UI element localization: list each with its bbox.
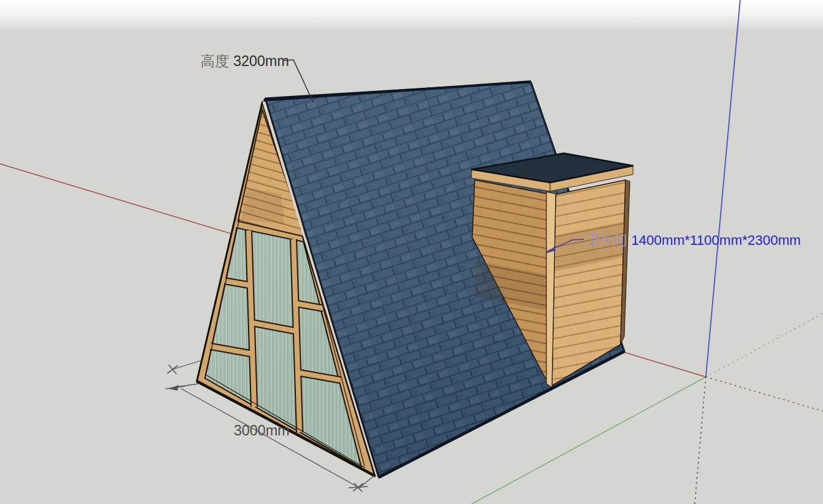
width-label[interactable]: 3000mm <box>234 422 289 439</box>
model-canvas[interactable]: 高度 3200mm 3000mm <box>0 0 823 504</box>
height-label[interactable]: 高度 3200mm <box>201 53 289 69</box>
bathroom-label-prefix: 卫生间 <box>586 232 627 248</box>
sketchup-viewport[interactable]: 高度 3200mm 3000mm <box>0 0 823 504</box>
bathroom-label-value: 1400mm*1100mm*2300mm <box>631 232 801 248</box>
height-label-value: 3200mm <box>233 53 288 69</box>
bathroom-label[interactable]: 卫生间 1400mm*1100mm*2300mm <box>586 232 801 248</box>
height-label-prefix: 高度 <box>201 53 229 69</box>
top-highlight-strip <box>0 0 823 31</box>
